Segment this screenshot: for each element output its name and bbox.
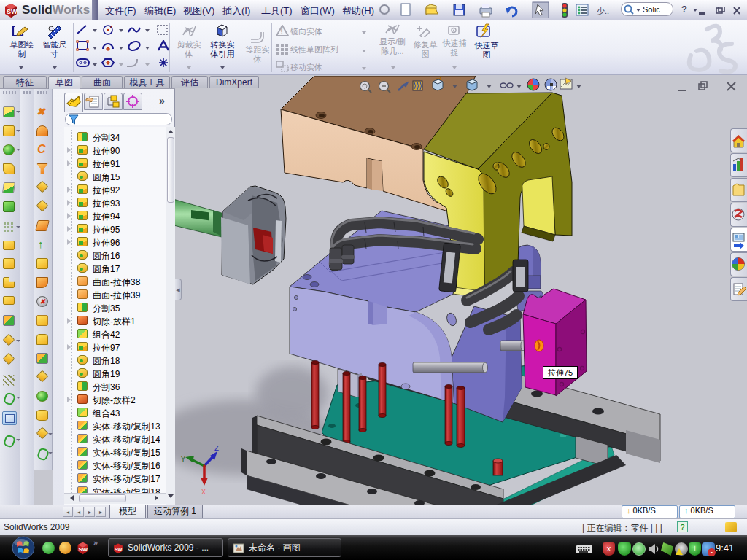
svg-text:SW: SW <box>7 8 18 15</box>
svg-text:Z: Z <box>214 445 219 453</box>
svg-text:SW: SW <box>78 546 88 553</box>
svg-text:X: X <box>201 489 206 497</box>
svg-text:Y: Y <box>181 456 185 464</box>
svg-text:!: ! <box>280 27 283 36</box>
svg-text:少..: 少.. <box>597 7 609 15</box>
svg-text:SW: SW <box>115 547 123 552</box>
